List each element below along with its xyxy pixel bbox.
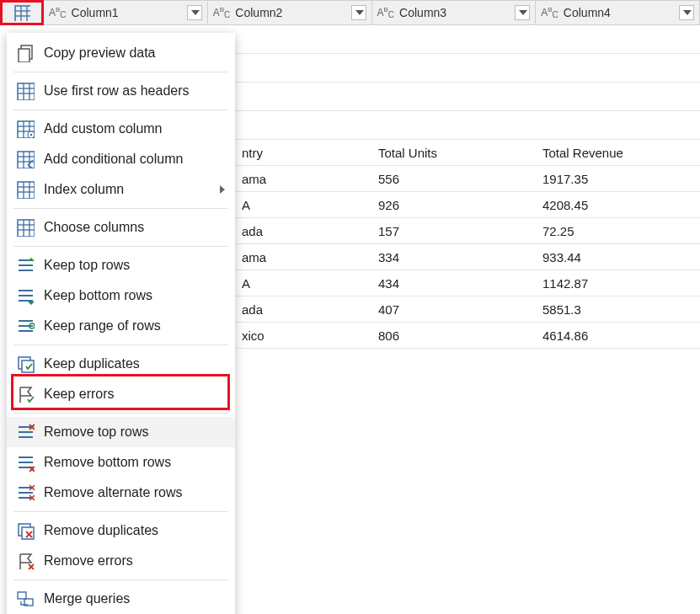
table-cell[interactable]: A — [235, 270, 371, 296]
menu-item-label: Keep bottom rows — [44, 288, 225, 303]
menu-item-label: Index column — [44, 182, 220, 197]
table-cell[interactable] — [235, 111, 371, 140]
menu-item-keep-range-rows[interactable]: Keep range of rows — [7, 311, 235, 341]
chevron-right-icon — [220, 185, 225, 194]
rows-dup-remove-icon — [15, 521, 35, 541]
rows-bottom-keep-icon — [15, 286, 35, 306]
table-cell[interactable] — [235, 54, 371, 83]
text-type-icon: ABC — [213, 7, 231, 19]
flag-remove-icon — [15, 551, 35, 571]
table-cell[interactable] — [371, 83, 536, 111]
column-filter-dropdown[interactable] — [187, 5, 202, 20]
menu-item-remove-alternate-rows[interactable]: Remove alternate rows — [7, 478, 235, 508]
menu-item-remove-bottom-rows[interactable]: Remove bottom rows — [7, 447, 235, 478]
menu-item-keep-top-rows[interactable]: Keep top rows — [7, 250, 235, 280]
rows-top-remove-icon — [15, 422, 35, 442]
menu-item-label: Remove errors — [44, 553, 225, 569]
table-cell[interactable] — [235, 25, 371, 54]
chevron-down-icon — [683, 10, 692, 15]
table-cell[interactable] — [371, 111, 536, 140]
table-cell[interactable]: 1142.87 — [536, 270, 700, 296]
table-cell[interactable]: 157 — [371, 218, 536, 244]
column-filter-dropdown[interactable] — [351, 5, 366, 20]
menu-item-remove-top-rows[interactable]: Remove top rows — [7, 417, 235, 447]
column-header-2[interactable]: ABC Column2 — [208, 0, 372, 25]
table-cell[interactable]: 334 — [371, 244, 536, 270]
rows-alt-remove-icon — [15, 483, 35, 503]
menu-item-remove-duplicates[interactable]: Remove duplicates — [7, 515, 235, 546]
table-icon — [15, 81, 35, 101]
table-cell[interactable]: Total Units — [371, 140, 536, 166]
table-cell[interactable] — [371, 54, 536, 83]
menu-item-label: Remove bottom rows — [44, 455, 225, 470]
table-icon — [15, 217, 35, 238]
column-label: Column1 — [72, 6, 187, 19]
menu-item-keep-errors[interactable]: Keep errors — [7, 379, 235, 409]
chevron-down-icon — [519, 10, 527, 15]
menu-item-label: Remove alternate rows — [44, 485, 225, 500]
column-header-3[interactable]: ABC Column3 — [372, 0, 537, 25]
menu-item-keep-bottom-rows[interactable]: Keep bottom rows — [7, 280, 235, 311]
table-cell[interactable]: 4208.45 — [536, 192, 700, 218]
table-cell[interactable]: Total Revenue — [536, 140, 700, 166]
table-cell[interactable]: 434 — [371, 270, 536, 296]
menu-item-add-custom-column[interactable]: Add custom column — [7, 114, 235, 144]
table-cell[interactable] — [536, 111, 700, 140]
menu-item-label: Remove duplicates — [44, 523, 225, 538]
table-corner-button[interactable] — [0, 0, 44, 25]
menu-item-label: Keep range of rows — [44, 318, 225, 334]
menu-item-label: Keep duplicates — [44, 356, 225, 371]
table-cell[interactable]: ada — [235, 296, 371, 323]
table-cell[interactable] — [536, 83, 700, 111]
table-cell[interactable] — [371, 25, 536, 54]
menu-item-keep-duplicates[interactable]: Keep duplicates — [7, 349, 235, 379]
svg-rect-17 — [22, 360, 34, 372]
text-type-icon: ABC — [377, 7, 395, 19]
table-cell[interactable]: A — [235, 192, 371, 218]
column-header-4[interactable]: ABC Column4 — [536, 0, 700, 25]
menu-item-merge-queries[interactable]: Merge queries — [7, 584, 235, 614]
table-cell[interactable]: 926 — [371, 192, 536, 218]
menu-item-label: Keep top rows — [44, 258, 225, 273]
menu-item-remove-errors[interactable]: Remove errors — [7, 546, 235, 576]
table-cell[interactable] — [536, 54, 700, 83]
table-cell[interactable]: ama — [235, 166, 371, 192]
table-cell[interactable]: ntry — [235, 140, 371, 166]
column-label: Column3 — [399, 6, 515, 19]
menu-separator — [13, 72, 228, 72]
table-cell[interactable]: xico — [235, 323, 371, 349]
menu-item-choose-columns[interactable]: Choose columns — [7, 212, 235, 243]
menu-item-use-first-row-headers[interactable]: Use first row as headers — [7, 76, 235, 106]
menu-item-label: Add conditional column — [44, 152, 225, 167]
menu-item-label: Use first row as headers — [44, 83, 225, 99]
menu-item-add-conditional-column[interactable]: Add conditional column — [7, 144, 235, 174]
svg-point-11 — [30, 134, 33, 136]
table-cell[interactable]: ada — [235, 218, 371, 244]
table-cell[interactable]: 933.44 — [536, 244, 700, 270]
table-cell[interactable]: 1917.35 — [536, 166, 700, 192]
text-type-icon: ABC — [541, 7, 558, 19]
table-branch-icon — [15, 149, 35, 169]
table-cell[interactable]: 72.25 — [536, 218, 700, 244]
table-cell[interactable]: ama — [235, 244, 371, 270]
column-header-1[interactable]: ABC Column1 — [44, 0, 208, 25]
table-cell[interactable]: 806 — [371, 323, 536, 349]
flag-keep-icon — [15, 384, 35, 404]
table-cell[interactable]: 556 — [371, 166, 536, 192]
column-filter-dropdown[interactable] — [515, 5, 530, 20]
menu-item-label: Choose columns — [44, 220, 225, 235]
column-label: Column2 — [235, 6, 350, 19]
rows-range-keep-icon — [15, 316, 35, 336]
menu-item-copy-preview-data[interactable]: Copy preview data — [7, 38, 235, 68]
menu-item-index-column[interactable]: 123Index column — [7, 174, 235, 205]
table-cell[interactable] — [536, 25, 700, 54]
table-cell[interactable]: 4614.86 — [536, 323, 700, 349]
menu-item-label: Add custom column — [44, 121, 225, 136]
table-cell[interactable] — [235, 83, 371, 111]
menu-separator — [13, 579, 228, 580]
rows-top-keep-icon — [15, 255, 35, 275]
text-type-icon: ABC — [49, 7, 67, 19]
table-cell[interactable]: 407 — [371, 296, 536, 323]
table-cell[interactable]: 5851.3 — [536, 296, 700, 323]
column-filter-dropdown[interactable] — [679, 5, 694, 20]
